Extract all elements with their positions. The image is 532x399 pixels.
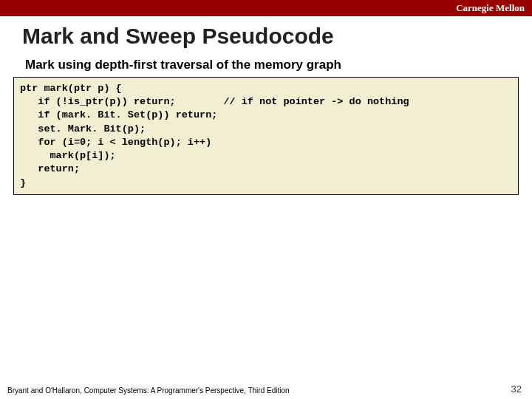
footer-citation: Bryant and O'Hallaron, Computer Systems:… (7, 386, 290, 395)
page-number: 32 (511, 383, 522, 395)
slide-title: Mark and Sweep Pseudocode (0, 16, 532, 55)
footer: Bryant and O'Hallaron, Computer Systems:… (0, 383, 532, 395)
top-bar: Carnegie Mellon (0, 0, 532, 16)
code-block: ptr mark(ptr p) { if (!is_ptr(p)) return… (13, 77, 519, 195)
org-label: Carnegie Mellon (456, 2, 525, 14)
slide-subtitle: Mark using depth-first traversal of the … (0, 55, 532, 75)
slide: Carnegie Mellon Mark and Sweep Pseudocod… (0, 0, 532, 399)
